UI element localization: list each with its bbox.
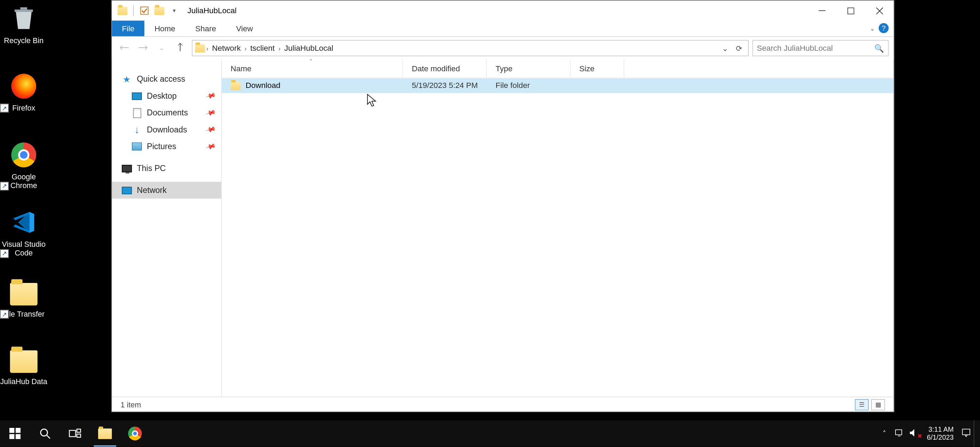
svg-rect-2 [10, 428, 14, 433]
search-box[interactable]: 🔍 [752, 40, 889, 56]
maximize-button[interactable] [836, 1, 865, 21]
help-icon[interactable]: ? [879, 23, 889, 33]
tray-clock[interactable]: 3:11 AM 6/1/2023 [922, 425, 959, 441]
nav-label: Downloads [147, 125, 187, 134]
address-folder-icon [195, 44, 205, 52]
chevron-right-icon[interactable]: › [206, 44, 208, 51]
crumb-network[interactable]: Network [210, 44, 243, 52]
svg-rect-4 [10, 434, 14, 439]
pc-icon [122, 165, 132, 173]
back-button[interactable]: 🡐 [117, 41, 132, 55]
view-details-button[interactable]: ☰ [855, 399, 869, 410]
title-bar[interactable]: ▾ JuliaHubLocal [112, 1, 894, 21]
nav-this-pc[interactable]: This PC [112, 160, 221, 177]
recycle-bin-icon[interactable]: Recycle Bin [0, 4, 48, 45]
tab-home[interactable]: Home [144, 21, 185, 36]
up-button[interactable]: 🡑 [173, 41, 188, 55]
pictures-icon [132, 143, 142, 151]
nav-documents[interactable]: Documents 📌 [112, 104, 221, 121]
firefox-icon[interactable]: ↗ Firefox [0, 71, 48, 113]
refresh-icon[interactable]: ⟳ [733, 43, 746, 53]
crumb-juliahublocal[interactable]: JuliaHubLocal [282, 44, 336, 52]
file-list[interactable]: Download 5/19/2023 5:24 PM File folder [222, 78, 894, 396]
system-tray: ˄ ✖ 3:11 AM 6/1/2023 [877, 420, 980, 446]
tray-chevron-icon[interactable]: ˄ [877, 429, 892, 437]
status-text: 1 item [121, 400, 141, 409]
close-button[interactable] [865, 1, 894, 21]
forward-button[interactable]: 🡒 [136, 41, 151, 55]
ribbon-tabs: File Home Share View ⌄ ? [112, 21, 894, 37]
address-dropdown-icon[interactable]: ⌄ [719, 43, 732, 53]
svg-rect-3 [16, 428, 21, 433]
qat-properties-icon[interactable] [137, 4, 151, 18]
pin-icon: 📌 [205, 124, 216, 135]
taskbar-explorer[interactable] [90, 420, 120, 446]
nav-network[interactable]: Network [112, 182, 221, 199]
nav-label: Quick access [137, 74, 185, 84]
view-large-button[interactable]: ▦ [871, 399, 885, 410]
ribbon-collapse-icon[interactable]: ⌄ [870, 25, 875, 32]
qat-dropdown-icon[interactable]: ▾ [168, 4, 181, 18]
minimize-button[interactable] [808, 1, 836, 21]
folder-icon [231, 82, 241, 90]
col-name[interactable]: Name [222, 59, 403, 78]
folder-icon [98, 428, 112, 439]
qat-open-folder-icon[interactable] [152, 4, 166, 18]
col-size[interactable]: Size [571, 59, 625, 78]
qat-folder-icon[interactable] [115, 4, 129, 18]
tray-notifications-icon[interactable] [959, 428, 974, 439]
task-view-button[interactable] [60, 420, 90, 446]
chevron-right-icon[interactable]: › [278, 44, 280, 51]
status-bar: 1 item ☰ ▦ [112, 396, 894, 412]
clock-date: 6/1/2023 [927, 433, 954, 441]
nav-label: Pictures [147, 142, 176, 151]
tray-volume-icon[interactable]: ✖ [907, 429, 922, 439]
file-transfer-icon[interactable]: ↗ File Transfer [0, 277, 48, 319]
file-row[interactable]: Download 5/19/2023 5:24 PM File folder [222, 78, 894, 93]
vscode-icon[interactable]: ↗ Visual Studio Code [0, 208, 48, 258]
chevron-right-icon[interactable]: › [245, 44, 247, 51]
recycle-bin-label: Recycle Bin [0, 36, 48, 45]
search-icon[interactable]: 🔍 [874, 43, 885, 53]
start-button[interactable] [0, 420, 30, 446]
qat-separator [133, 5, 134, 16]
file-name: Download [245, 81, 280, 90]
tray-network-icon[interactable] [892, 429, 907, 439]
tab-view[interactable]: View [226, 21, 263, 36]
desktop-icon [132, 92, 142, 100]
svg-rect-0 [140, 7, 148, 14]
history-dropdown[interactable]: ⌄ [154, 41, 169, 55]
nav-quick-access[interactable]: ★ Quick access [112, 71, 221, 87]
juliahub-data-icon[interactable]: JuliaHub Data [0, 345, 48, 386]
taskbar-chrome[interactable] [120, 420, 150, 446]
clock-time: 3:11 AM [927, 425, 954, 433]
svg-point-6 [41, 429, 48, 436]
file-type: File folder [487, 81, 571, 90]
nav-downloads[interactable]: ↓ Downloads 📌 [112, 121, 221, 138]
col-type[interactable]: Type [487, 59, 571, 78]
navigation-pane: ★ Quick access Desktop 📌 Documents 📌 [112, 59, 222, 396]
network-icon [122, 186, 132, 194]
nav-pictures[interactable]: Pictures 📌 [112, 138, 221, 155]
show-desktop-button[interactable] [974, 420, 978, 446]
pin-icon: 📌 [205, 90, 216, 101]
address-row: 🡐 🡒 ⌄ 🡑 › Network › tsclient › JuliaHubL… [112, 37, 894, 59]
col-date[interactable]: Date modified [403, 59, 487, 78]
search-button[interactable] [30, 420, 60, 446]
document-icon [133, 108, 141, 118]
crumb-tsclient[interactable]: tsclient [248, 44, 277, 52]
address-bar[interactable]: › Network › tsclient › JuliaHubLocal ⌄ ⟳ [192, 40, 749, 56]
svg-rect-5 [16, 434, 21, 439]
nav-label: Network [137, 185, 167, 195]
tab-file[interactable]: File [112, 21, 145, 36]
tab-share[interactable]: Share [185, 21, 226, 36]
juliahub-data-label: JuliaHub Data [0, 377, 48, 386]
file-date: 5/19/2023 5:24 PM [403, 81, 487, 90]
content-pane: ˄ Name Date modified Type Size Download … [222, 59, 894, 396]
nav-desktop[interactable]: Desktop 📌 [112, 87, 221, 105]
star-icon: ★ [122, 74, 132, 84]
svg-rect-11 [962, 429, 970, 435]
chrome-icon[interactable]: ↗ Google Chrome [0, 140, 48, 190]
nav-label: This PC [137, 164, 166, 173]
search-input[interactable] [757, 44, 874, 52]
